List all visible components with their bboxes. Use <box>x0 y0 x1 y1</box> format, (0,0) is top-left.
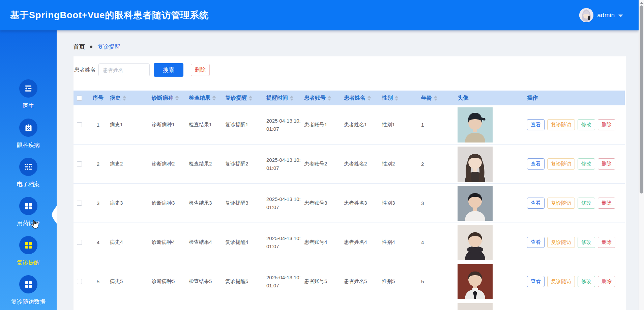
sort-ascending-icon[interactable] <box>290 96 293 98</box>
cell-history: 病史3 <box>109 184 151 223</box>
sort-descending-icon[interactable] <box>249 99 252 101</box>
patient-name-input[interactable] <box>98 63 150 76</box>
sort-ascending-icon[interactable] <box>434 96 437 98</box>
breadcrumb-current[interactable]: 复诊提醒 <box>97 43 120 51</box>
sidebar-item-2[interactable]: 电子档案 <box>0 158 57 188</box>
sort-descending-icon[interactable] <box>434 99 437 101</box>
delete-row-button[interactable]: 删除 <box>598 237 615 248</box>
content-card: 患者姓名 搜索 删除 序号病史诊断病种检查结果复诊提醒提醒时间患者账号患者姓名性… <box>74 56 626 310</box>
column-header-label: 序号 <box>93 95 104 102</box>
edit-button[interactable]: 修改 <box>578 276 595 287</box>
row-checkbox[interactable] <box>77 279 82 284</box>
cell-age: 5 <box>420 262 454 301</box>
column-header-name[interactable]: 患者姓名 <box>343 95 381 102</box>
column-header-history[interactable]: 病史 <box>109 95 151 102</box>
column-header-account[interactable]: 患者账号 <box>303 95 343 102</box>
sidebar-item-0[interactable]: 医生 <box>0 79 57 110</box>
cell-index <box>87 301 109 310</box>
cell-disease: 诊断病种2 <box>151 145 188 183</box>
view-button[interactable]: 查看 <box>527 119 545 130</box>
edit-button[interactable]: 修改 <box>578 119 595 130</box>
cell-actions: 查看复诊随访修改删除 <box>526 145 625 183</box>
sort-descending-icon[interactable] <box>328 99 331 101</box>
sort-carets-icon[interactable] <box>123 96 126 101</box>
sort-carets-icon[interactable] <box>434 96 437 101</box>
delete-row-button[interactable]: 删除 <box>598 119 615 130</box>
sort-ascending-icon[interactable] <box>328 96 331 98</box>
search-field-label: 患者姓名 <box>74 67 96 74</box>
cell-result <box>188 301 225 310</box>
edit-button[interactable]: 修改 <box>578 237 595 248</box>
breadcrumb-home[interactable]: 首页 <box>74 43 85 51</box>
row-checkbox[interactable] <box>77 201 82 206</box>
sort-descending-icon[interactable] <box>368 99 371 101</box>
cell-result: 检查结果4 <box>188 223 225 262</box>
delete-row-button[interactable]: 删除 <box>598 198 615 209</box>
batch-delete-button[interactable]: 删除 <box>191 64 210 76</box>
sort-descending-icon[interactable] <box>123 99 126 101</box>
column-header-reminder[interactable]: 复诊提醒 <box>225 95 266 102</box>
sort-carets-icon[interactable] <box>328 96 331 101</box>
delete-row-button[interactable]: 删除 <box>598 276 615 287</box>
sort-ascending-icon[interactable] <box>175 96 179 98</box>
cell-time: 2025-04-13 10:01:07 <box>266 184 303 223</box>
sort-descending-icon[interactable] <box>395 99 398 101</box>
row-checkbox-cell <box>74 301 87 310</box>
sort-descending-icon[interactable] <box>290 99 293 101</box>
cell-age <box>420 301 454 310</box>
followup-button[interactable]: 复诊随访 <box>547 198 575 209</box>
sidebar-item-4[interactable]: 复诊提醒 <box>0 236 57 266</box>
followup-button[interactable]: 复诊随访 <box>547 237 575 248</box>
page-scrollbar[interactable] <box>639 0 644 310</box>
sidebar-item-3[interactable]: 用药记录 <box>0 197 57 227</box>
cell-reminder: 复诊提醒3 <box>225 184 266 223</box>
sidebar-item-5[interactable]: 复诊随访数据 <box>0 275 57 306</box>
sort-ascending-icon[interactable] <box>249 96 252 98</box>
followup-button[interactable]: 复诊随访 <box>547 158 575 170</box>
column-header-gender[interactable]: 性别 <box>381 95 420 102</box>
sort-ascending-icon[interactable] <box>123 96 126 98</box>
cell-actions: 查看复诊随访修改删除 <box>526 184 625 223</box>
app-header: 基于SpringBoot+Vue的眼科患者随访管理系统 admin <box>0 0 639 30</box>
view-button[interactable]: 查看 <box>527 158 545 170</box>
sort-ascending-icon[interactable] <box>212 96 216 98</box>
edit-button[interactable]: 修改 <box>578 158 595 170</box>
sort-carets-icon[interactable] <box>368 96 371 101</box>
column-header-result[interactable]: 检查结果 <box>188 95 225 102</box>
scrollbar-thumb[interactable] <box>640 5 643 193</box>
followup-button[interactable]: 复诊随访 <box>547 276 575 287</box>
row-checkbox[interactable] <box>77 161 82 166</box>
view-button[interactable]: 查看 <box>527 276 545 287</box>
view-button[interactable]: 查看 <box>527 237 545 248</box>
search-button[interactable]: 搜索 <box>154 63 183 77</box>
sort-carets-icon[interactable] <box>175 96 179 101</box>
sort-carets-icon[interactable] <box>249 96 252 101</box>
select-all-checkbox[interactable] <box>77 96 82 101</box>
scrollbar-up-arrow-icon[interactable] <box>640 2 643 4</box>
sidebar-item-label: 复诊随访数据 <box>11 298 46 306</box>
column-header-time[interactable]: 提醒时间 <box>266 94 303 102</box>
user-name: admin <box>597 11 615 19</box>
sort-carets-icon[interactable] <box>290 96 293 101</box>
sort-descending-icon[interactable] <box>212 99 216 101</box>
sort-carets-icon[interactable] <box>212 96 216 101</box>
row-checkbox-cell <box>74 145 87 183</box>
sort-ascending-icon[interactable] <box>395 96 398 98</box>
breadcrumb: 首页 复诊提醒 <box>74 43 120 51</box>
row-checkbox[interactable] <box>77 240 82 245</box>
row-checkbox[interactable] <box>77 122 82 127</box>
sort-ascending-icon[interactable] <box>368 96 371 98</box>
followup-button[interactable]: 复诊随访 <box>547 119 575 130</box>
column-header-age[interactable]: 年龄 <box>420 95 454 102</box>
sidebar-item-1[interactable]: 眼科疾病 <box>0 119 57 149</box>
delete-row-button[interactable]: 删除 <box>598 158 615 170</box>
user-menu[interactable]: admin <box>579 0 623 30</box>
sidebar-item-label: 用药记录 <box>17 219 40 227</box>
column-header-disease[interactable]: 诊断病种 <box>151 95 188 102</box>
sort-descending-icon[interactable] <box>175 99 179 101</box>
sort-carets-icon[interactable] <box>395 96 398 101</box>
sidebar-item-label: 复诊提醒 <box>17 259 40 266</box>
view-button[interactable]: 查看 <box>527 198 545 209</box>
cell-time <box>266 301 303 310</box>
edit-button[interactable]: 修改 <box>578 198 595 209</box>
